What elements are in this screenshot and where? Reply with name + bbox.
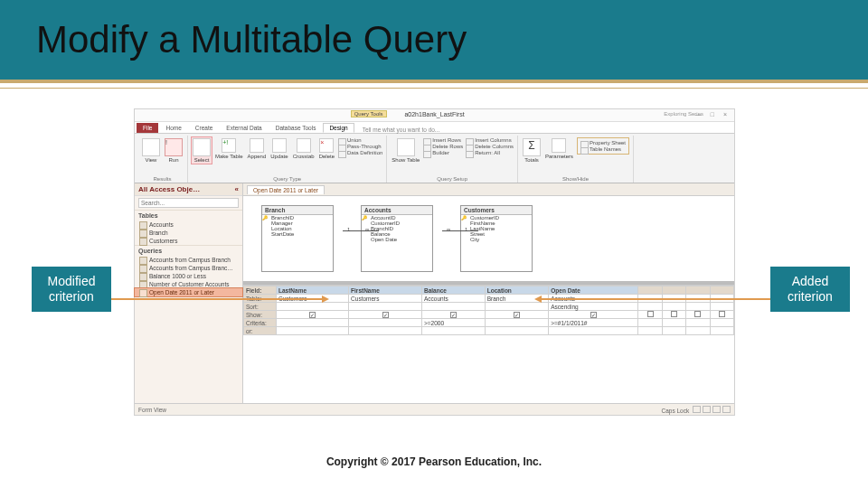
builder-button[interactable]: Builder bbox=[423, 150, 463, 155]
tell-me-box[interactable]: Tell me what you want to do... bbox=[355, 127, 440, 133]
group-label-query-type: Query Type bbox=[192, 176, 382, 182]
query-design-grid[interactable]: Field:LastNameFirstNameBalanceLocationOp… bbox=[243, 285, 734, 348]
table-names-button[interactable]: Table Names bbox=[580, 146, 626, 152]
parameters-button[interactable]: Parameters bbox=[544, 137, 574, 160]
table-customers[interactable]: Customers bbox=[135, 237, 242, 245]
slide-title: Modify a Multitable Query bbox=[36, 18, 467, 61]
status-bar: Form View Caps Lock bbox=[135, 403, 734, 415]
delete-rows-button[interactable]: Delete Rows bbox=[423, 144, 463, 149]
delete-columns-button[interactable]: Delete Columns bbox=[466, 144, 514, 149]
ribbon-group-query-type: Select +!Make Table Append Update Crosst… bbox=[188, 136, 387, 183]
arrow-right bbox=[540, 298, 770, 300]
ribbon-group-query-setup: Show Table Insert Rows Delete Rows Build… bbox=[387, 136, 518, 183]
property-sheet-button[interactable]: Property Sheet bbox=[580, 140, 626, 145]
status-left: Form View bbox=[138, 407, 166, 413]
title-underline-thin bbox=[0, 88, 868, 89]
delete-query-button[interactable]: ×Delete bbox=[318, 137, 335, 160]
app-titlebar: Query Tools a02h1Bank_LastFirst Explorin… bbox=[135, 109, 734, 122]
group-label-query-setup: Query Setup bbox=[391, 176, 514, 182]
ribbon-group-results: View !Run Results bbox=[137, 136, 188, 183]
title-underline bbox=[0, 80, 868, 83]
window-title: a02h1Bank_LastFirst bbox=[404, 111, 464, 117]
navpane-header[interactable]: All Access Obje…« bbox=[135, 183, 242, 196]
query-item-0[interactable]: Accounts from Campus Branch bbox=[135, 256, 242, 264]
insert-rows-button[interactable]: Insert Rows bbox=[423, 137, 463, 143]
tab-create[interactable]: Create bbox=[189, 123, 220, 133]
crosstab-button[interactable]: Crosstab bbox=[292, 137, 316, 160]
data-definition-button[interactable]: Data Definition bbox=[338, 150, 382, 155]
query-item-2[interactable]: Balance 1000 or Less bbox=[135, 272, 242, 280]
open-query-tab[interactable]: Open Date 2011 or Later bbox=[247, 185, 325, 194]
view-button[interactable]: View bbox=[141, 137, 161, 164]
ribbon-group-showhide: ΣTotals Parameters Property Sheet Table … bbox=[518, 136, 634, 183]
tab-home[interactable]: Home bbox=[159, 123, 187, 133]
query-item-selected[interactable]: Open Date 2011 or Later bbox=[135, 288, 242, 296]
view-switcher[interactable] bbox=[691, 408, 731, 414]
insert-columns-button[interactable]: Insert Columns bbox=[466, 137, 514, 143]
select-query-button[interactable]: Select bbox=[192, 137, 212, 164]
totals-button[interactable]: ΣTotals bbox=[522, 137, 542, 164]
group-label-showhide: Show/Hide bbox=[522, 176, 629, 182]
ribbon-tabs: File Home Create External Data Database … bbox=[135, 122, 734, 134]
tab-design[interactable]: Design bbox=[323, 123, 354, 133]
make-table-button[interactable]: +!Make Table bbox=[214, 137, 244, 160]
table-accounts[interactable]: Accounts bbox=[135, 221, 242, 229]
arrow-left bbox=[111, 298, 324, 300]
update-button[interactable]: Update bbox=[269, 137, 288, 160]
navpane-group-queries[interactable]: Queries bbox=[135, 245, 242, 256]
tablebox-customers[interactable]: Customers CustomerID FirstName LastName … bbox=[460, 205, 533, 272]
ribbon: View !Run Results Select +!Make Table Ap… bbox=[135, 134, 734, 183]
callout-modified-criterion: Modified criterion bbox=[32, 267, 111, 312]
pass-through-button[interactable]: Pass-Through bbox=[338, 144, 382, 149]
table-branch[interactable]: Branch bbox=[135, 229, 242, 237]
return-selector[interactable]: Return: All bbox=[466, 150, 514, 155]
access-screenshot: Query Tools a02h1Bank_LastFirst Explorin… bbox=[134, 108, 735, 416]
run-button[interactable]: !Run bbox=[164, 137, 184, 164]
query-item-3[interactable]: Number of Customer Accounts bbox=[135, 280, 242, 288]
caps-lock-indicator: Caps Lock bbox=[661, 408, 689, 414]
tab-database-tools[interactable]: Database Tools bbox=[269, 123, 323, 133]
table-relationships-pane: Branch BranchID Manager Location StartDa… bbox=[243, 196, 734, 285]
append-button[interactable]: Append bbox=[247, 137, 268, 160]
union-button[interactable]: Union bbox=[338, 137, 382, 143]
group-label-results: Results bbox=[141, 176, 184, 182]
tablebox-branch[interactable]: Branch BranchID Manager Location StartDa… bbox=[261, 205, 334, 272]
callout-added-criterion: Added criterion bbox=[770, 267, 850, 312]
tab-file[interactable]: File bbox=[137, 123, 158, 133]
show-table-button[interactable]: Show Table bbox=[391, 137, 420, 164]
query-tools-contextual-tab: Query Tools bbox=[351, 110, 387, 117]
tablebox-accounts[interactable]: Accounts AccountID CustomerID BranchID B… bbox=[361, 205, 433, 272]
tab-external-data[interactable]: External Data bbox=[220, 123, 268, 133]
navpane-group-tables[interactable]: Tables bbox=[135, 210, 242, 221]
window-controls[interactable]: — □ × bbox=[695, 111, 731, 117]
query-item-1[interactable]: Accounts from Campus Branc… bbox=[135, 264, 242, 272]
copyright-text: Copyright © 2017 Pearson Education, Inc. bbox=[0, 455, 868, 468]
navpane-search[interactable] bbox=[138, 198, 239, 208]
